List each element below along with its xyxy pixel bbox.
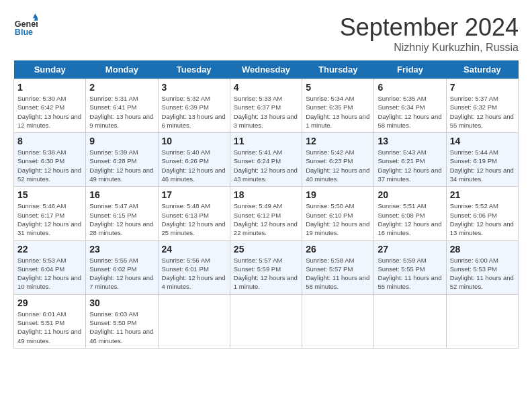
- calendar-cell: [374, 294, 446, 348]
- calendar-cell: 9 Sunrise: 5:39 AM Sunset: 6:28 PM Dayli…: [86, 133, 158, 187]
- day-number: 25: [234, 244, 298, 255]
- cell-info: Sunrise: 5:44 AM Sunset: 6:19 PM Dayligh…: [450, 148, 515, 183]
- day-number: 8: [17, 136, 82, 146]
- calendar-cell: 20 Sunrise: 5:51 AM Sunset: 6:08 PM Dayl…: [374, 187, 446, 240]
- calendar-cell: 30 Sunrise: 6:03 AM Sunset: 5:50 PM Dayl…: [86, 294, 158, 348]
- day-number: 22: [17, 244, 82, 255]
- cell-info: Sunrise: 5:49 AM Sunset: 6:12 PM Dayligh…: [234, 201, 298, 237]
- title-area: September 2024 Nizhniy Kurkuzhin, Russia: [340, 13, 519, 54]
- day-number: 3: [162, 82, 226, 93]
- day-number: 20: [378, 189, 442, 200]
- calendar-cell: 27 Sunrise: 5:59 AM Sunset: 5:55 PM Dayl…: [374, 240, 446, 294]
- day-number: 9: [89, 136, 154, 146]
- day-number: 11: [234, 136, 298, 146]
- calendar-cell: 14 Sunrise: 5:44 AM Sunset: 6:19 PM Dayl…: [446, 133, 518, 187]
- cell-info: Sunrise: 6:03 AM Sunset: 5:50 PM Dayligh…: [89, 310, 154, 345]
- calendar-week-3: 15 Sunrise: 5:46 AM Sunset: 6:17 PM Dayl…: [14, 187, 519, 240]
- calendar-cell: 11 Sunrise: 5:41 AM Sunset: 6:24 PM Dayl…: [230, 133, 302, 187]
- cell-info: Sunrise: 5:30 AM Sunset: 6:42 PM Dayligh…: [17, 94, 82, 130]
- calendar-cell: 2 Sunrise: 5:31 AM Sunset: 6:41 PM Dayli…: [86, 79, 158, 133]
- calendar-cell: 29 Sunrise: 6:01 AM Sunset: 5:51 PM Dayl…: [14, 294, 86, 348]
- cell-info: Sunrise: 5:56 AM Sunset: 6:01 PM Dayligh…: [162, 256, 226, 291]
- day-number: 27: [378, 244, 442, 255]
- calendar-cell: 12 Sunrise: 5:42 AM Sunset: 6:23 PM Dayl…: [302, 133, 374, 187]
- day-number: 1: [17, 82, 82, 93]
- col-monday: Monday: [86, 60, 158, 79]
- cell-info: Sunrise: 5:53 AM Sunset: 6:04 PM Dayligh…: [17, 256, 82, 291]
- day-number: 6: [378, 82, 442, 93]
- calendar-week-4: 22 Sunrise: 5:53 AM Sunset: 6:04 PM Dayl…: [14, 240, 519, 294]
- cell-info: Sunrise: 6:00 AM Sunset: 5:53 PM Dayligh…: [450, 256, 515, 291]
- cell-info: Sunrise: 5:32 AM Sunset: 6:39 PM Dayligh…: [162, 94, 226, 130]
- cell-info: Sunrise: 6:01 AM Sunset: 5:51 PM Dayligh…: [17, 310, 82, 345]
- calendar-cell: 19 Sunrise: 5:50 AM Sunset: 6:10 PM Dayl…: [302, 187, 374, 240]
- day-number: 12: [306, 136, 370, 146]
- day-number: 2: [89, 82, 154, 93]
- calendar-cell: 5 Sunrise: 5:34 AM Sunset: 6:35 PM Dayli…: [302, 79, 374, 133]
- day-number: 19: [306, 189, 370, 200]
- calendar-cell: 25 Sunrise: 5:57 AM Sunset: 5:59 PM Dayl…: [230, 240, 302, 294]
- calendar-cell: [446, 294, 518, 348]
- logo: General Blue: [13, 13, 38, 38]
- cell-info: Sunrise: 5:46 AM Sunset: 6:17 PM Dayligh…: [17, 201, 82, 237]
- calendar-cell: 17 Sunrise: 5:48 AM Sunset: 6:13 PM Dayl…: [158, 187, 230, 240]
- col-tuesday: Tuesday: [158, 60, 230, 79]
- cell-info: Sunrise: 5:51 AM Sunset: 6:08 PM Dayligh…: [378, 201, 442, 237]
- calendar-cell: 21 Sunrise: 5:52 AM Sunset: 6:06 PM Dayl…: [446, 187, 518, 240]
- calendar-cell: 3 Sunrise: 5:32 AM Sunset: 6:39 PM Dayli…: [158, 79, 230, 133]
- calendar-cell: 15 Sunrise: 5:46 AM Sunset: 6:17 PM Dayl…: [14, 187, 86, 240]
- day-number: 24: [162, 244, 226, 255]
- cell-info: Sunrise: 5:33 AM Sunset: 6:37 PM Dayligh…: [234, 94, 298, 130]
- calendar-cell: 4 Sunrise: 5:33 AM Sunset: 6:37 PM Dayli…: [230, 79, 302, 133]
- col-wednesday: Wednesday: [230, 60, 302, 79]
- calendar-cell: [302, 294, 374, 348]
- day-number: 7: [450, 82, 515, 93]
- calendar-cell: 23 Sunrise: 5:55 AM Sunset: 6:02 PM Dayl…: [86, 240, 158, 294]
- calendar-cell: 6 Sunrise: 5:35 AM Sunset: 6:34 PM Dayli…: [374, 79, 446, 133]
- day-number: 16: [89, 189, 154, 200]
- day-number: 4: [234, 82, 298, 93]
- location-title: Nizhniy Kurkuzhin, Russia: [340, 42, 519, 54]
- cell-info: Sunrise: 5:35 AM Sunset: 6:34 PM Dayligh…: [378, 94, 442, 130]
- calendar-cell: [158, 294, 230, 348]
- header-row: Sunday Monday Tuesday Wednesday Thursday…: [14, 60, 519, 79]
- calendar-cell: 18 Sunrise: 5:49 AM Sunset: 6:12 PM Dayl…: [230, 187, 302, 240]
- cell-info: Sunrise: 5:43 AM Sunset: 6:21 PM Dayligh…: [378, 148, 442, 183]
- calendar-week-2: 8 Sunrise: 5:38 AM Sunset: 6:30 PM Dayli…: [14, 133, 519, 187]
- svg-text:Blue: Blue: [15, 28, 33, 37]
- day-number: 17: [162, 189, 226, 200]
- cell-info: Sunrise: 5:59 AM Sunset: 5:55 PM Dayligh…: [378, 256, 442, 291]
- cell-info: Sunrise: 5:57 AM Sunset: 5:59 PM Dayligh…: [234, 256, 298, 291]
- calendar-week-5: 29 Sunrise: 6:01 AM Sunset: 5:51 PM Dayl…: [14, 294, 519, 348]
- day-number: 30: [89, 298, 154, 308]
- calendar-cell: 28 Sunrise: 6:00 AM Sunset: 5:53 PM Dayl…: [446, 240, 518, 294]
- cell-info: Sunrise: 5:47 AM Sunset: 6:15 PM Dayligh…: [89, 201, 154, 237]
- calendar-cell: 16 Sunrise: 5:47 AM Sunset: 6:15 PM Dayl…: [86, 187, 158, 240]
- cell-info: Sunrise: 5:40 AM Sunset: 6:26 PM Dayligh…: [162, 148, 226, 183]
- cell-info: Sunrise: 5:41 AM Sunset: 6:24 PM Dayligh…: [234, 148, 298, 183]
- day-number: 28: [450, 244, 515, 255]
- cell-info: Sunrise: 5:52 AM Sunset: 6:06 PM Dayligh…: [450, 201, 515, 237]
- col-sunday: Sunday: [14, 60, 86, 79]
- day-number: 15: [17, 189, 82, 200]
- cell-info: Sunrise: 5:38 AM Sunset: 6:30 PM Dayligh…: [17, 148, 82, 183]
- col-saturday: Saturday: [446, 60, 518, 79]
- calendar-cell: 26 Sunrise: 5:58 AM Sunset: 5:57 PM Dayl…: [302, 240, 374, 294]
- day-number: 23: [89, 244, 154, 255]
- calendar-week-1: 1 Sunrise: 5:30 AM Sunset: 6:42 PM Dayli…: [14, 79, 519, 133]
- page-header: General Blue September 2024 Nizhniy Kurk…: [13, 13, 519, 54]
- logo-icon: General Blue: [13, 13, 38, 38]
- calendar-cell: 24 Sunrise: 5:56 AM Sunset: 6:01 PM Dayl…: [158, 240, 230, 294]
- cell-info: Sunrise: 5:55 AM Sunset: 6:02 PM Dayligh…: [89, 256, 154, 291]
- day-number: 21: [450, 189, 515, 200]
- calendar-cell: 8 Sunrise: 5:38 AM Sunset: 6:30 PM Dayli…: [14, 133, 86, 187]
- col-friday: Friday: [374, 60, 446, 79]
- day-number: 18: [234, 189, 298, 200]
- cell-info: Sunrise: 5:42 AM Sunset: 6:23 PM Dayligh…: [306, 148, 370, 183]
- day-number: 5: [306, 82, 370, 93]
- day-number: 29: [17, 298, 82, 308]
- day-number: 13: [378, 136, 442, 146]
- cell-info: Sunrise: 5:50 AM Sunset: 6:10 PM Dayligh…: [306, 201, 370, 237]
- cell-info: Sunrise: 5:48 AM Sunset: 6:13 PM Dayligh…: [162, 201, 226, 237]
- cell-info: Sunrise: 5:31 AM Sunset: 6:41 PM Dayligh…: [89, 94, 154, 130]
